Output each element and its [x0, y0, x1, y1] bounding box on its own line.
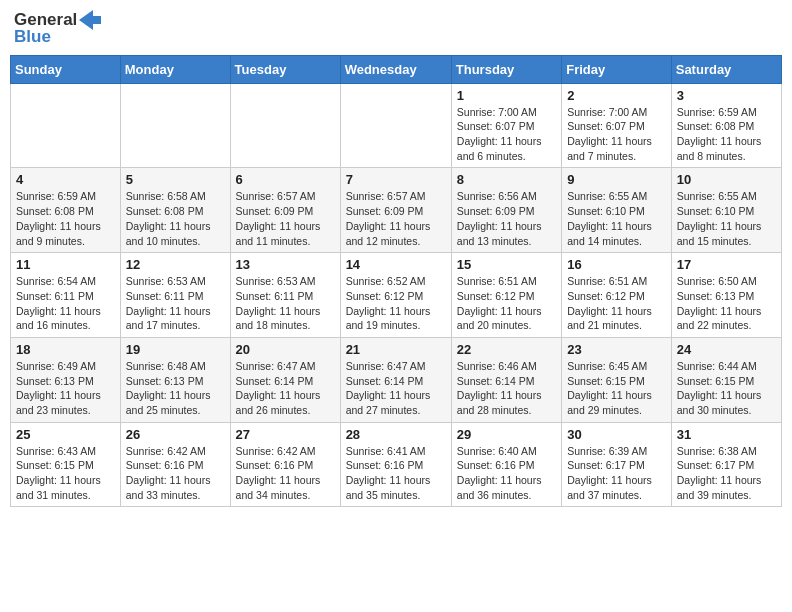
day-info: Sunrise: 6:54 AMSunset: 6:11 PMDaylight:…: [16, 274, 115, 333]
day-info: Sunrise: 6:46 AMSunset: 6:14 PMDaylight:…: [457, 359, 556, 418]
day-number: 7: [346, 172, 446, 187]
day-number: 17: [677, 257, 776, 272]
calendar-cell: 23Sunrise: 6:45 AMSunset: 6:15 PMDayligh…: [562, 337, 672, 422]
day-number: 6: [236, 172, 335, 187]
calendar-cell: [340, 83, 451, 168]
day-info: Sunrise: 6:42 AMSunset: 6:16 PMDaylight:…: [126, 444, 225, 503]
day-info: Sunrise: 6:49 AMSunset: 6:13 PMDaylight:…: [16, 359, 115, 418]
calendar-header-row: SundayMondayTuesdayWednesdayThursdayFrid…: [11, 55, 782, 83]
calendar-cell: 16Sunrise: 6:51 AMSunset: 6:12 PMDayligh…: [562, 253, 672, 338]
day-number: 23: [567, 342, 666, 357]
calendar-cell: [120, 83, 230, 168]
calendar-cell: 8Sunrise: 6:56 AMSunset: 6:09 PMDaylight…: [451, 168, 561, 253]
page-header: General Blue: [10, 10, 782, 47]
calendar-cell: 4Sunrise: 6:59 AMSunset: 6:08 PMDaylight…: [11, 168, 121, 253]
day-number: 27: [236, 427, 335, 442]
calendar-week-row: 1Sunrise: 7:00 AMSunset: 6:07 PMDaylight…: [11, 83, 782, 168]
day-info: Sunrise: 6:53 AMSunset: 6:11 PMDaylight:…: [236, 274, 335, 333]
day-info: Sunrise: 6:57 AMSunset: 6:09 PMDaylight:…: [346, 189, 446, 248]
day-number: 25: [16, 427, 115, 442]
calendar-week-row: 11Sunrise: 6:54 AMSunset: 6:11 PMDayligh…: [11, 253, 782, 338]
day-info: Sunrise: 6:51 AMSunset: 6:12 PMDaylight:…: [567, 274, 666, 333]
logo: General Blue: [14, 10, 101, 47]
weekday-header-monday: Monday: [120, 55, 230, 83]
day-number: 14: [346, 257, 446, 272]
day-number: 3: [677, 88, 776, 103]
weekday-header-wednesday: Wednesday: [340, 55, 451, 83]
day-info: Sunrise: 6:50 AMSunset: 6:13 PMDaylight:…: [677, 274, 776, 333]
calendar-cell: 5Sunrise: 6:58 AMSunset: 6:08 PMDaylight…: [120, 168, 230, 253]
day-number: 11: [16, 257, 115, 272]
day-info: Sunrise: 6:55 AMSunset: 6:10 PMDaylight:…: [567, 189, 666, 248]
calendar-cell: 10Sunrise: 6:55 AMSunset: 6:10 PMDayligh…: [671, 168, 781, 253]
day-info: Sunrise: 6:51 AMSunset: 6:12 PMDaylight:…: [457, 274, 556, 333]
day-number: 22: [457, 342, 556, 357]
day-number: 2: [567, 88, 666, 103]
weekday-header-tuesday: Tuesday: [230, 55, 340, 83]
calendar-cell: 30Sunrise: 6:39 AMSunset: 6:17 PMDayligh…: [562, 422, 672, 507]
calendar-cell: 13Sunrise: 6:53 AMSunset: 6:11 PMDayligh…: [230, 253, 340, 338]
calendar-cell: 2Sunrise: 7:00 AMSunset: 6:07 PMDaylight…: [562, 83, 672, 168]
calendar-cell: 25Sunrise: 6:43 AMSunset: 6:15 PMDayligh…: [11, 422, 121, 507]
calendar-cell: 21Sunrise: 6:47 AMSunset: 6:14 PMDayligh…: [340, 337, 451, 422]
calendar-cell: 17Sunrise: 6:50 AMSunset: 6:13 PMDayligh…: [671, 253, 781, 338]
calendar-week-row: 18Sunrise: 6:49 AMSunset: 6:13 PMDayligh…: [11, 337, 782, 422]
day-number: 13: [236, 257, 335, 272]
day-info: Sunrise: 7:00 AMSunset: 6:07 PMDaylight:…: [567, 105, 666, 164]
day-info: Sunrise: 6:59 AMSunset: 6:08 PMDaylight:…: [677, 105, 776, 164]
calendar-cell: 15Sunrise: 6:51 AMSunset: 6:12 PMDayligh…: [451, 253, 561, 338]
day-number: 29: [457, 427, 556, 442]
day-number: 19: [126, 342, 225, 357]
day-number: 26: [126, 427, 225, 442]
calendar-cell: 20Sunrise: 6:47 AMSunset: 6:14 PMDayligh…: [230, 337, 340, 422]
day-info: Sunrise: 6:47 AMSunset: 6:14 PMDaylight:…: [236, 359, 335, 418]
day-info: Sunrise: 6:58 AMSunset: 6:08 PMDaylight:…: [126, 189, 225, 248]
calendar-table: SundayMondayTuesdayWednesdayThursdayFrid…: [10, 55, 782, 508]
day-info: Sunrise: 6:47 AMSunset: 6:14 PMDaylight:…: [346, 359, 446, 418]
day-number: 15: [457, 257, 556, 272]
svg-marker-0: [79, 10, 101, 30]
day-info: Sunrise: 6:57 AMSunset: 6:09 PMDaylight:…: [236, 189, 335, 248]
calendar-cell: 14Sunrise: 6:52 AMSunset: 6:12 PMDayligh…: [340, 253, 451, 338]
day-number: 9: [567, 172, 666, 187]
calendar-cell: 24Sunrise: 6:44 AMSunset: 6:15 PMDayligh…: [671, 337, 781, 422]
day-number: 1: [457, 88, 556, 103]
calendar-week-row: 4Sunrise: 6:59 AMSunset: 6:08 PMDaylight…: [11, 168, 782, 253]
day-info: Sunrise: 6:52 AMSunset: 6:12 PMDaylight:…: [346, 274, 446, 333]
calendar-cell: [11, 83, 121, 168]
day-info: Sunrise: 6:55 AMSunset: 6:10 PMDaylight:…: [677, 189, 776, 248]
day-number: 18: [16, 342, 115, 357]
calendar-week-row: 25Sunrise: 6:43 AMSunset: 6:15 PMDayligh…: [11, 422, 782, 507]
calendar-cell: 19Sunrise: 6:48 AMSunset: 6:13 PMDayligh…: [120, 337, 230, 422]
day-info: Sunrise: 6:53 AMSunset: 6:11 PMDaylight:…: [126, 274, 225, 333]
calendar-cell: 26Sunrise: 6:42 AMSunset: 6:16 PMDayligh…: [120, 422, 230, 507]
weekday-header-sunday: Sunday: [11, 55, 121, 83]
day-info: Sunrise: 6:45 AMSunset: 6:15 PMDaylight:…: [567, 359, 666, 418]
calendar-cell: 22Sunrise: 6:46 AMSunset: 6:14 PMDayligh…: [451, 337, 561, 422]
day-number: 24: [677, 342, 776, 357]
day-info: Sunrise: 6:42 AMSunset: 6:16 PMDaylight:…: [236, 444, 335, 503]
day-number: 12: [126, 257, 225, 272]
day-info: Sunrise: 6:44 AMSunset: 6:15 PMDaylight:…: [677, 359, 776, 418]
day-number: 31: [677, 427, 776, 442]
logo-wing-icon: [79, 10, 101, 30]
weekday-header-thursday: Thursday: [451, 55, 561, 83]
day-info: Sunrise: 6:56 AMSunset: 6:09 PMDaylight:…: [457, 189, 556, 248]
day-number: 8: [457, 172, 556, 187]
calendar-cell: 29Sunrise: 6:40 AMSunset: 6:16 PMDayligh…: [451, 422, 561, 507]
calendar-cell: 6Sunrise: 6:57 AMSunset: 6:09 PMDaylight…: [230, 168, 340, 253]
calendar-cell: 12Sunrise: 6:53 AMSunset: 6:11 PMDayligh…: [120, 253, 230, 338]
day-number: 5: [126, 172, 225, 187]
day-number: 16: [567, 257, 666, 272]
calendar-cell: 1Sunrise: 7:00 AMSunset: 6:07 PMDaylight…: [451, 83, 561, 168]
calendar-cell: 28Sunrise: 6:41 AMSunset: 6:16 PMDayligh…: [340, 422, 451, 507]
day-info: Sunrise: 7:00 AMSunset: 6:07 PMDaylight:…: [457, 105, 556, 164]
weekday-header-saturday: Saturday: [671, 55, 781, 83]
day-number: 4: [16, 172, 115, 187]
day-info: Sunrise: 6:43 AMSunset: 6:15 PMDaylight:…: [16, 444, 115, 503]
day-number: 30: [567, 427, 666, 442]
calendar-cell: 9Sunrise: 6:55 AMSunset: 6:10 PMDaylight…: [562, 168, 672, 253]
day-number: 21: [346, 342, 446, 357]
day-number: 20: [236, 342, 335, 357]
calendar-cell: [230, 83, 340, 168]
